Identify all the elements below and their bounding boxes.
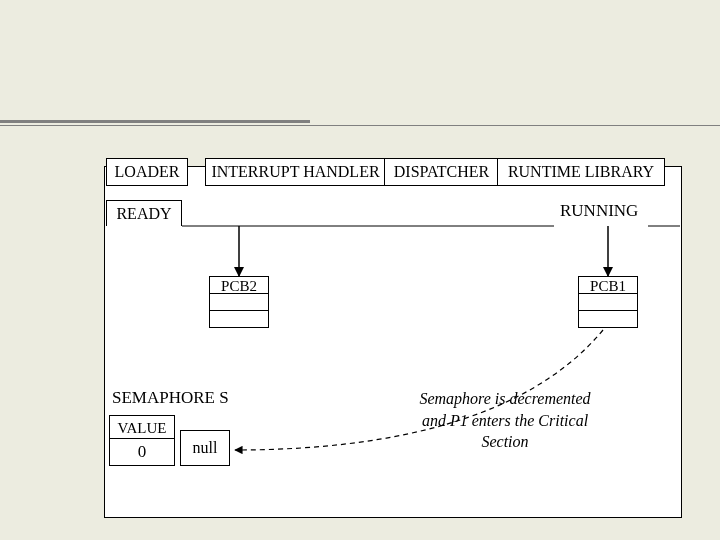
box-dispatcher: DISPATCHER bbox=[384, 158, 498, 186]
box-runtime-library: RUNTIME LIBRARY bbox=[497, 158, 665, 186]
pcb2-label: PCB2 bbox=[209, 276, 269, 294]
box-loader: LOADER bbox=[106, 158, 188, 186]
pcb1-row-1 bbox=[578, 293, 638, 311]
queue-running-label: RUNNING bbox=[560, 201, 638, 221]
note-text: Semaphore is decremented and P1 enters t… bbox=[385, 388, 625, 453]
pcb1-label: PCB1 bbox=[578, 276, 638, 294]
semaphore-ptr: null bbox=[180, 430, 230, 466]
pcb2-block: PCB2 bbox=[209, 277, 269, 328]
semaphore-title: SEMAPHORE S bbox=[112, 388, 229, 408]
pcb1-block: PCB1 bbox=[578, 277, 638, 328]
accent-bar-thin bbox=[0, 125, 720, 126]
semaphore-value: 0 bbox=[109, 438, 175, 466]
pcb1-row-2 bbox=[578, 310, 638, 328]
note-line-1: Semaphore is decremented bbox=[419, 390, 590, 407]
slide: LOADER INTERRUPT HANDLER DISPATCHER RUNT… bbox=[0, 0, 720, 540]
queue-ready-label: READY bbox=[106, 200, 182, 226]
pcb2-row-2 bbox=[209, 310, 269, 328]
note-line-2: and P1 enters the Critical bbox=[422, 412, 588, 429]
semaphore-value-label: VALUE bbox=[109, 415, 175, 439]
note-line-3: Section bbox=[481, 433, 528, 450]
pcb2-row-1 bbox=[209, 293, 269, 311]
accent-bar-thick bbox=[0, 120, 310, 123]
box-interrupt-handler: INTERRUPT HANDLER bbox=[205, 158, 385, 186]
